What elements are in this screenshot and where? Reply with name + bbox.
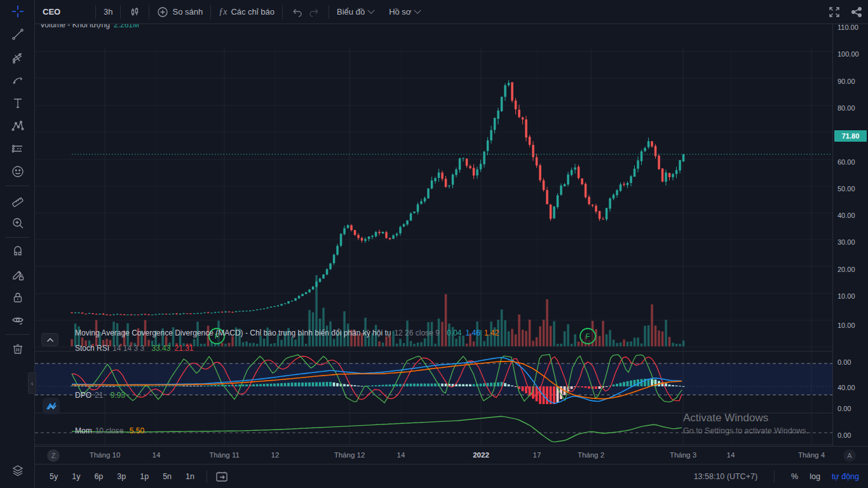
chart-menu-button[interactable]: Biểu đồ [329, 0, 381, 24]
magnet-tool-icon[interactable] [0, 240, 35, 263]
chart-style-button[interactable] [121, 0, 149, 24]
percent-scale-button[interactable]: % [791, 472, 798, 481]
price-axis-label: 80.00 [837, 104, 855, 112]
range-button-3p[interactable]: 3p [112, 470, 131, 483]
lock-all-drawings-icon[interactable] [0, 286, 35, 309]
range-button-5n[interactable]: 5n [158, 470, 177, 483]
time-axis-label: Tháng 2 [578, 451, 604, 459]
range-button-1n[interactable]: 1n [180, 470, 200, 483]
time-axis-label: Tháng 4 [798, 451, 825, 459]
chart-canvas[interactable]: FF [35, 24, 832, 446]
time-axis-label: 2022 [473, 451, 489, 459]
auto-scale-button[interactable]: tự động [832, 472, 859, 481]
profile-menu-button[interactable]: Hồ sơ [381, 0, 428, 24]
collapse-pane-button[interactable] [41, 333, 58, 346]
toolbar-divider [5, 186, 29, 186]
plus-circle-icon [157, 6, 168, 18]
trend-line-tool-icon[interactable] [0, 23, 35, 46]
mom-legend[interactable]: Mom10 close 5.50 [75, 426, 144, 435]
undo-button[interactable] [283, 0, 306, 24]
time-axis-label: 12 [271, 451, 280, 459]
time-axis-label: 14 [727, 451, 735, 459]
price-axis-label: 90.00 [837, 78, 855, 85]
indicators-button[interactable]: ƒx Các chỉ báo [211, 0, 282, 24]
clock[interactable]: 13:58:10 (UTC+7) [694, 472, 757, 481]
undo-icon [290, 6, 303, 18]
interval-button[interactable]: 3h [96, 0, 120, 24]
adjust-button[interactable]: A [843, 449, 856, 462]
price-axis-label: 100.00 [837, 50, 859, 58]
time-axis-label: Tháng 12 [334, 451, 365, 459]
fullscreen-icon[interactable] [827, 5, 841, 19]
parallel-channel-tool-icon[interactable] [0, 137, 35, 160]
toolbar-divider [5, 237, 29, 238]
redo-button[interactable] [306, 0, 329, 24]
go-to-date-button[interactable] [212, 464, 231, 488]
compare-button[interactable]: So sánh [149, 0, 210, 24]
chevron-down-icon [367, 6, 374, 13]
xabcd-pattern-tool-icon[interactable] [0, 114, 35, 137]
indicator-logo-icon [43, 398, 60, 414]
last-price-tag: 71.80 [834, 130, 867, 142]
collapse-toolbar-handle[interactable]: ‹ [28, 372, 36, 394]
text-tool-icon[interactable] [0, 92, 35, 114]
fx-icon: ƒx [219, 7, 227, 17]
zoom-in-tool-icon[interactable] [0, 212, 35, 234]
brush-tool-icon[interactable] [0, 69, 35, 92]
time-axis-label: 17 [533, 451, 541, 459]
log-scale-button[interactable]: log [810, 472, 820, 481]
stoch-rsi-legend[interactable]: Stoch RSI14 14 3 3 33.4321.31 [75, 344, 193, 353]
trading-platform-window: ‹ CEO 3h So sánh ƒx Các chỉ báo Biểu đồ … [0, 0, 868, 488]
time-axis-label: Tháng 10 [90, 451, 121, 459]
svg-text:F: F [586, 332, 590, 340]
main-toolbar: CEO 3h So sánh ƒx Các chỉ báo Biểu đồ Hồ… [35, 0, 868, 24]
redo-icon [308, 6, 321, 18]
time-axis-label: Tháng 11 [209, 451, 240, 459]
symbol-search-button[interactable]: CEO [35, 0, 95, 24]
pitchfork-tool-icon[interactable] [0, 46, 35, 69]
time-axis-label: 14 [397, 451, 405, 459]
drawing-toolbar [0, 0, 35, 488]
timezone-button[interactable]: Z [47, 449, 60, 462]
price-axis-label: 30.00 [837, 238, 855, 246]
price-axis-label: 10.00 [837, 292, 855, 300]
toolbar-divider [5, 334, 29, 335]
range-button-1y[interactable]: 1y [67, 470, 85, 483]
range-button-5y[interactable]: 5y [44, 470, 63, 483]
time-axis-label: 14 [153, 451, 161, 459]
ruler-tool-icon[interactable] [0, 189, 35, 212]
remove-drawings-icon[interactable] [0, 337, 35, 360]
macd-legend[interactable]: Moving Average Covergence Divergence (MA… [75, 329, 499, 337]
crosshair-tool-icon[interactable] [0, 0, 35, 23]
range-button-6p[interactable]: 6p [89, 470, 108, 483]
indicator-axis-label: 40.00 [837, 384, 855, 391]
indicator-axis-label: 0.00 [837, 405, 851, 412]
chevron-up-icon [46, 337, 54, 342]
chart-plot[interactable]: FF [35, 24, 832, 446]
range-button-1p[interactable]: 1p [135, 470, 154, 483]
drawing-sync-lock-icon[interactable] [0, 263, 35, 286]
dpo-legend[interactable]: DPO21 9.93 [75, 391, 125, 400]
object-tree-icon[interactable] [0, 459, 35, 482]
indicator-axis-label: 0.00 [837, 358, 851, 366]
price-axis-label: 110.00 [837, 24, 858, 31]
time-axis-label: Tháng 3 [670, 451, 696, 459]
indicator-axis-label: 0.00 [837, 431, 851, 439]
time-axis[interactable]: Z A Tháng 1014Tháng 1112Tháng 1214202217… [35, 446, 868, 464]
price-axis[interactable]: 71.80 110.00100.0090.0080.0070.0060.0050… [832, 24, 868, 446]
price-axis-label: 60.00 [837, 158, 855, 166]
candlestick-style-icon [128, 6, 141, 18]
price-axis-label: 50.00 [837, 185, 855, 193]
price-axis-label: 20.00 [837, 266, 855, 273]
emoji-tool-icon[interactable] [0, 160, 35, 183]
share-icon[interactable] [850, 6, 863, 18]
bottom-toolbar: 5y1y6p3p1p5n1n 13:58:10 (UTC+7) % log tự… [35, 464, 868, 488]
go-to-date-icon [215, 470, 229, 483]
price-axis-label: 40.00 [837, 212, 855, 219]
chevron-down-icon [414, 6, 421, 13]
indicator-axis-label: 10.00 [837, 322, 855, 329]
hide-all-drawings-icon[interactable] [0, 309, 35, 332]
